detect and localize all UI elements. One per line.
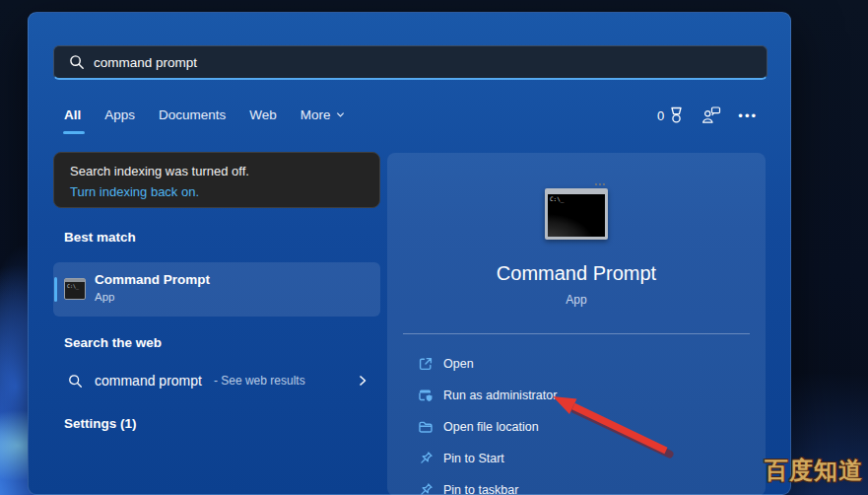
action-pin-to-start[interactable]: Pin to Start [387, 443, 766, 474]
web-query-text: command prompt [95, 373, 202, 389]
open-external-icon [418, 356, 434, 372]
settings-header: Settings (1) [64, 416, 137, 431]
active-tab-underline [63, 131, 85, 134]
search-input[interactable] [94, 55, 724, 70]
chevron-down-icon [336, 110, 345, 119]
rewards-medal-icon [668, 106, 685, 124]
admin-shield-icon [418, 388, 434, 403]
chevron-right-icon [357, 374, 368, 388]
action-pin-to-taskbar[interactable]: Pin to taskbar [387, 474, 766, 495]
search-icon [68, 374, 83, 389]
windows-search-flyout: All Apps Documents Web More 0 [28, 12, 791, 495]
preview-subtitle: App [387, 293, 766, 307]
pushpin-icon [418, 482, 434, 495]
result-preview-pane: C:\_ Command Prompt App Open [387, 153, 766, 495]
desktop-background: All Apps Documents Web More 0 [0, 0, 868, 495]
tab-all[interactable]: All [64, 107, 81, 134]
folder-icon [418, 419, 434, 435]
result-subtitle: App [95, 291, 114, 303]
indexing-notification: Search indexing was turned off. Turn ind… [53, 152, 380, 208]
search-header-buttons: 0 ••• [657, 106, 758, 124]
notification-message: Search indexing was turned off. [70, 161, 364, 181]
rewards-button[interactable]: 0 [657, 106, 685, 124]
preview-title: Command Prompt [387, 262, 766, 285]
tab-web[interactable]: Web [249, 107, 277, 134]
action-run-as-administrator[interactable]: Run as administrator [387, 380, 766, 411]
best-match-result-command-prompt[interactable]: C:\_ Command Prompt App [53, 262, 380, 317]
web-suffix-text: - See web results [214, 374, 305, 388]
user-feedback-icon[interactable] [701, 106, 721, 124]
search-filter-tabs: All Apps Documents Web More [64, 107, 345, 134]
search-icon [69, 54, 85, 70]
action-open-file-location[interactable]: Open file location [387, 411, 766, 443]
result-title: Command Prompt [95, 272, 210, 287]
preview-divider [403, 333, 750, 334]
pushpin-icon [418, 451, 434, 466]
search-box[interactable] [53, 45, 768, 80]
context-actions: Open Run as administrator Open file loca… [387, 348, 766, 495]
rewards-count: 0 [657, 108, 664, 123]
more-options-button[interactable]: ••• [738, 108, 758, 123]
web-search-result[interactable]: command prompt - See web results [53, 359, 380, 402]
tab-more[interactable]: More [300, 107, 345, 134]
tab-apps[interactable]: Apps [104, 107, 135, 134]
action-open[interactable]: Open [387, 348, 766, 380]
baidu-zhidao-watermark: 百度知道 [765, 455, 863, 486]
turn-indexing-on-link[interactable]: Turn indexing back on. [70, 181, 364, 202]
selection-accent-bar [54, 277, 57, 302]
search-web-header: Search the web [64, 335, 162, 350]
best-match-header: Best match [64, 230, 136, 245]
command-prompt-icon-large: C:\_ [545, 188, 608, 240]
tab-documents[interactable]: Documents [159, 107, 226, 134]
command-prompt-icon: C:\_ [64, 278, 86, 300]
